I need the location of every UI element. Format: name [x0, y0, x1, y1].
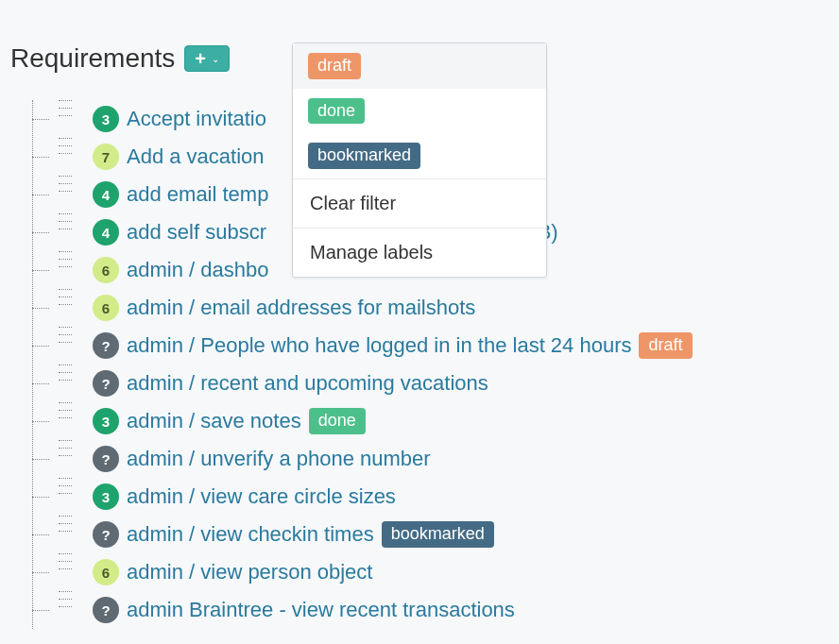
list-item[interactable]: ?admin Braintree - view recent transacti… [25, 591, 839, 629]
tree-sub-branches [59, 587, 77, 616]
list-item[interactable]: 3admin / view care circle sizes [25, 478, 839, 516]
item-title[interactable]: Accept invitatio [127, 107, 266, 131]
item-title[interactable]: admin / unverify a phone number [127, 447, 431, 471]
tree-sub-branches [59, 96, 77, 125]
count-badge: 3 [93, 408, 119, 434]
tree-branch [25, 449, 51, 468]
tree-branch [25, 185, 51, 204]
label-badge: draft [308, 53, 361, 79]
count-badge: ? [93, 446, 119, 472]
tree-branch [25, 374, 51, 393]
item-title[interactable]: admin / People who have logged in in the… [127, 333, 631, 358]
filter-label-bookmarked[interactable]: bookmarked [293, 133, 546, 178]
tree-sub-branches [59, 172, 77, 200]
item-title[interactable]: admin / dashbo [127, 258, 268, 282]
item-title[interactable]: add email temp [127, 182, 268, 207]
item-title[interactable]: add self subscr [127, 220, 266, 245]
tree-sub-branches [59, 323, 77, 351]
tree-branch [25, 298, 51, 317]
tree-branch [25, 487, 51, 506]
count-badge: 6 [93, 257, 119, 283]
item-title[interactable]: admin / view person object [127, 560, 372, 585]
label-badge: done [308, 98, 365, 125]
list-item[interactable]: 3admin / save notesdone [25, 402, 839, 440]
count-badge: ? [93, 597, 119, 623]
tree-sub-branches [59, 436, 77, 465]
add-button[interactable]: + ⌄ [184, 45, 230, 72]
item-title[interactable]: admin / view care circle sizes [127, 484, 396, 509]
tree-sub-branches [59, 361, 77, 389]
tree-branch [25, 525, 51, 544]
item-title[interactable]: admin / save notes [127, 409, 301, 433]
filter-label-draft[interactable]: draft [293, 43, 546, 89]
count-badge: 4 [93, 181, 119, 208]
tree-branch [25, 601, 51, 619]
chevron-down-icon: ⌄ [212, 54, 219, 64]
count-badge: 3 [93, 483, 119, 510]
plus-icon: + [195, 49, 206, 68]
tree-branch [25, 563, 51, 582]
list-item[interactable]: 6admin / email addresses for mailshots [25, 289, 839, 327]
tree-sub-branches [59, 210, 77, 238]
count-badge: 7 [93, 144, 119, 170]
count-badge: 4 [93, 219, 119, 246]
tree-sub-branches [59, 550, 77, 578]
tree-branch [25, 147, 51, 166]
item-label: draft [639, 332, 692, 359]
list-item[interactable]: 6admin / view person object [25, 553, 839, 591]
tree-sub-branches [59, 134, 77, 162]
count-badge: 3 [93, 106, 119, 132]
manage-labels-action[interactable]: Manage labels [293, 229, 546, 277]
filter-dropdown: draftdonebookmarked Clear filter Manage … [292, 42, 547, 278]
tree-sub-branches [59, 247, 77, 276]
count-badge: ? [93, 370, 119, 397]
label-badge: bookmarked [308, 143, 420, 169]
item-title[interactable]: admin / email addresses for mailshots [127, 296, 475, 320]
tree-branch [25, 261, 51, 280]
tree-sub-branches [59, 398, 77, 427]
count-badge: ? [93, 521, 119, 548]
item-title[interactable]: admin / view checkin times [127, 522, 374, 547]
tree-branch [25, 336, 51, 355]
item-title[interactable]: Add a vacation [127, 144, 265, 169]
tree-branch [25, 223, 51, 242]
clear-filter-action[interactable]: Clear filter [293, 179, 546, 229]
page-title: Requirements [10, 43, 175, 74]
list-item[interactable]: ?admin / unverify a phone number [25, 440, 839, 478]
item-label: done [309, 408, 366, 434]
tree-sub-branches [59, 285, 77, 314]
filter-label-done[interactable]: done [293, 89, 546, 134]
list-item[interactable]: ?admin / People who have logged in in th… [25, 327, 839, 364]
item-label: bookmarked [382, 521, 494, 548]
tree-sub-branches [59, 512, 77, 540]
tree-branch [25, 110, 51, 128]
item-title[interactable]: admin Braintree - view recent transactio… [127, 598, 515, 622]
count-badge: 6 [93, 295, 119, 321]
list-item[interactable]: ?admin / recent and upcoming vacations [25, 364, 839, 402]
item-title[interactable]: admin / recent and upcoming vacations [127, 371, 488, 396]
tree-branch [25, 412, 51, 431]
tree-sub-branches [59, 474, 77, 502]
count-badge: 6 [93, 559, 119, 585]
count-badge: ? [93, 332, 119, 359]
list-item[interactable]: ?admin / view checkin timesbookmarked [25, 516, 839, 553]
